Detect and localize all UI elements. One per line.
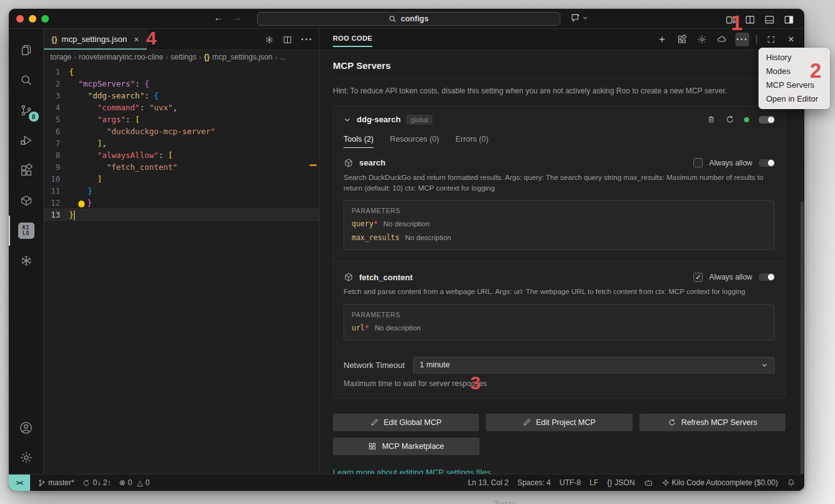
copilot-chat-button[interactable] [570, 13, 588, 23]
accounts-icon[interactable] [9, 412, 44, 443]
explorer-icon[interactable] [9, 35, 44, 65]
code-line[interactable]: 2 "mcpServers": { [44, 78, 319, 90]
eol-item[interactable]: LF [590, 478, 599, 487]
network-timeout-label: Network Timeout [344, 360, 405, 370]
activity-bar: 8 KILO [9, 29, 44, 474]
sync-icon [82, 479, 90, 487]
forward-icon[interactable]: → [232, 12, 241, 23]
split-editor-icon[interactable] [283, 35, 292, 45]
remote-indicator[interactable]: >< [9, 475, 30, 491]
back-icon[interactable]: ← [214, 12, 223, 23]
edit-project-mcp-button[interactable]: Edit Project MCP [486, 414, 632, 431]
card-tab-errors[interactable]: Errors (0) [455, 135, 488, 148]
code-line[interactable]: 9 "fetch_content" [44, 161, 319, 173]
edit-global-mcp-button[interactable]: Edit Global MCP [333, 414, 479, 431]
close-panel-icon[interactable]: × [784, 33, 798, 46]
openai-toolbar-icon[interactable] [265, 35, 274, 45]
tool-toggle[interactable] [759, 273, 775, 281]
titlebar: ← → configs [9, 9, 804, 29]
json-file-icon: {} [51, 35, 57, 44]
more-actions-icon[interactable]: ··· [301, 34, 313, 45]
server-name[interactable]: ddg-search [357, 115, 401, 124]
marketplace-icon[interactable] [675, 33, 689, 46]
close-window-button[interactable] [16, 15, 24, 23]
cursor-position-item[interactable]: Ln 13, Col 2 [468, 478, 508, 487]
copilot-status-icon[interactable] [644, 478, 653, 488]
container-icon[interactable] [9, 186, 44, 216]
zoom-window-button[interactable] [41, 15, 49, 23]
learn-more-link[interactable]: Learn more about editing MCP settings fi… [333, 468, 785, 474]
breadcrumb-item[interactable]: {}mcp_settings.json [204, 53, 272, 61]
pencil-icon [523, 418, 531, 426]
sync-status-item[interactable]: 0↓ 2↑ [82, 478, 111, 487]
code-line[interactable]: 13} [44, 209, 319, 221]
extensions-icon[interactable] [9, 155, 44, 186]
breadcrumb-item[interactable]: settings [171, 53, 196, 61]
always-allow-checkbox[interactable]: ✓ [693, 273, 703, 282]
card-tab-resources[interactable]: Resources (0) [390, 135, 439, 148]
network-timeout-select[interactable]: 1 minute [413, 357, 775, 374]
desktop-partial-text: Today [494, 499, 516, 504]
code-line[interactable]: 10 ] [44, 173, 319, 185]
settings-gear-icon[interactable] [695, 33, 709, 46]
branch-status-item[interactable]: master* [38, 478, 74, 487]
problems-status-item[interactable]: ⊗0 △0 [119, 478, 150, 487]
breadcrumb[interactable]: torage›rooveterinaryinc.roo-cline›settin… [44, 50, 319, 64]
chevron-down-icon[interactable] [344, 116, 351, 123]
command-center-search[interactable]: configs [257, 12, 560, 26]
overview-ruler-marker [310, 164, 317, 166]
toggle-panel-icon[interactable] [762, 13, 776, 26]
expand-panel-icon[interactable] [764, 33, 778, 46]
hint-text: Hint: To reduce API token costs, disable… [333, 86, 785, 97]
openai-icon[interactable] [9, 246, 44, 276]
search-sidebar-icon[interactable] [9, 65, 44, 95]
code-line[interactable]: 8 "alwaysAllow": [ [44, 149, 319, 161]
scope-badge: global [406, 115, 433, 125]
panel-scrollbar[interactable] [801, 202, 804, 474]
settings-gear-icon[interactable] [9, 443, 44, 473]
tab-mcp-settings[interactable]: {} mcp_settings.json × [44, 29, 147, 50]
toggle-secondary-sidebar-icon[interactable] [782, 13, 796, 26]
code-line[interactable]: 3 "ddg-search": { [44, 90, 319, 102]
refresh-icon [668, 418, 676, 427]
chevron-down-icon [582, 15, 588, 21]
code-line[interactable]: 1{ [44, 66, 319, 78]
code-line[interactable]: 11 } [44, 185, 319, 197]
code-editor[interactable]: 1{2 "mcpServers": {3 "ddg-search": {4 "c… [44, 64, 319, 474]
breadcrumb-item[interactable]: ... [280, 53, 286, 61]
delete-server-icon[interactable] [706, 115, 716, 124]
server-enabled-toggle[interactable] [759, 116, 775, 123]
breadcrumb-item[interactable]: rooveterinaryinc.roo-cline [79, 53, 164, 61]
language-mode-item[interactable]: {} JSON [607, 478, 635, 487]
code-line[interactable]: 4 "command": "uvx", [44, 102, 319, 113]
code-line[interactable]: 12 } [44, 197, 319, 209]
encoding-item[interactable]: UTF-8 [560, 478, 581, 487]
menu-item-open-in-editor[interactable]: Open in Editor [759, 92, 830, 106]
notifications-bell-icon[interactable] [787, 478, 796, 487]
mcp-marketplace-button[interactable]: MCP Marketplace [333, 438, 480, 455]
run-debug-icon[interactable] [9, 125, 44, 155]
lightbulb-icon[interactable] [78, 201, 85, 207]
refresh-mcp-servers-button[interactable]: Refresh MCP Servers [639, 414, 785, 431]
traffic-lights [16, 15, 49, 23]
always-allow-checkbox[interactable] [693, 158, 703, 167]
card-tab-tools[interactable]: Tools (2) [344, 135, 374, 148]
tool-toggle[interactable] [759, 159, 775, 167]
code-line[interactable]: 7 ], [44, 137, 319, 149]
restart-server-icon[interactable] [725, 115, 735, 124]
warning-icon: △ [137, 478, 143, 487]
minimize-window-button[interactable] [29, 15, 36, 23]
cloud-icon[interactable] [715, 33, 729, 46]
code-line[interactable]: 6 "duckduckgo-mcp-server" [44, 125, 319, 137]
breadcrumb-item[interactable]: torage [50, 53, 71, 61]
indentation-item[interactable]: Spaces: 4 [517, 478, 550, 487]
code-line[interactable]: 5 "args": [ [44, 113, 319, 125]
kilo-autocomplete-item[interactable]: Kilo Code Autocomplete ($0.00) [662, 478, 778, 487]
split-editor-icon[interactable] [743, 13, 757, 26]
tab-close-icon[interactable]: × [134, 34, 139, 45]
tab-label: mcp_settings.json [61, 34, 127, 44]
kilo-code-icon[interactable]: KILO [9, 216, 44, 246]
source-control-icon[interactable]: 8 [9, 95, 44, 125]
new-task-icon[interactable]: + [655, 33, 669, 46]
roo-panel-title[interactable]: ROO CODE [333, 34, 372, 45]
